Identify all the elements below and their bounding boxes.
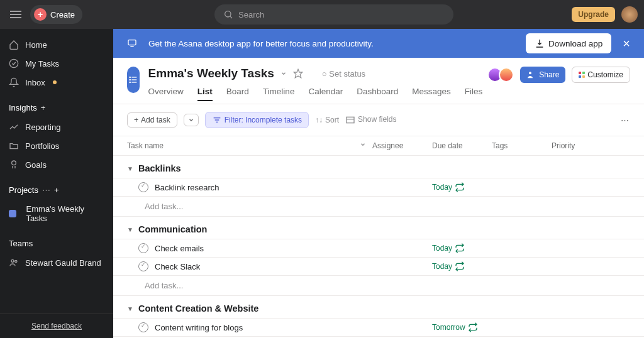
member-avatars[interactable] (491, 67, 514, 82)
sidebar-item-reporting[interactable]: Reporting (0, 117, 113, 136)
top-bar: + Create Search Upgrade (0, 0, 644, 29)
add-task-inline[interactable]: Add task... (113, 197, 644, 217)
task-row[interactable]: Check emails Today (113, 239, 644, 258)
complete-circle-icon[interactable] (138, 182, 148, 192)
repeat-icon (455, 243, 465, 253)
section-header[interactable]: ▼ Content Creation & Website (113, 296, 644, 319)
col-assignee[interactable]: Assignee (372, 141, 432, 150)
download-app-button[interactable]: Download app (526, 33, 611, 53)
people-icon (9, 258, 19, 268)
tab-dashboard[interactable]: Dashboard (357, 87, 398, 101)
sidebar-section-insights[interactable]: Insights + (0, 98, 113, 117)
column-headers: Task name Assignee Due date Tags Priorit… (113, 136, 644, 156)
tab-files[interactable]: Files (465, 87, 483, 101)
caret-down-icon: ▼ (127, 305, 133, 312)
repeat-icon (468, 322, 478, 332)
plus-icon[interactable]: + (54, 185, 59, 195)
complete-circle-icon[interactable] (138, 261, 148, 271)
share-button[interactable]: Share (520, 67, 565, 83)
sidebar-team-item[interactable]: Stewart Gauld Brand (0, 253, 113, 272)
search-icon (223, 9, 233, 19)
tab-timeline[interactable]: Timeline (263, 87, 295, 101)
due-date[interactable]: Today (432, 261, 492, 271)
sidebar-project-item[interactable]: Emma's Weekly Tasks (0, 200, 113, 227)
col-tags[interactable]: Tags (492, 141, 552, 150)
section-header[interactable]: ▼ Backlinks (113, 156, 644, 178)
chevron-down-icon[interactable] (360, 141, 366, 148)
project-icon (127, 67, 140, 93)
nav-inbox[interactable]: Inbox (0, 73, 113, 92)
project-title: Emma's Weekly Tasks (148, 67, 274, 80)
desktop-app-banner: Get the Asana desktop app for better foc… (113, 29, 644, 58)
caret-down-icon: ▼ (127, 165, 133, 172)
project-color-icon (9, 210, 16, 217)
bell-icon (9, 77, 19, 87)
send-feedback-link[interactable]: Send feedback (0, 313, 113, 338)
repeat-icon (455, 261, 465, 271)
tab-overview[interactable]: Overview (148, 87, 184, 101)
nav-mytasks[interactable]: My Tasks (0, 54, 113, 73)
tab-list[interactable]: List (197, 87, 213, 101)
avatar (499, 67, 514, 82)
sidebar-section-teams[interactable]: Teams (0, 234, 113, 253)
list-toolbar: + Add task Filter: Incomplete tasks ↑↓ S… (113, 104, 644, 136)
show-fields-button[interactable]: Show fields (345, 115, 396, 125)
col-priority[interactable]: Priority (552, 141, 611, 150)
col-due[interactable]: Due date (432, 141, 492, 150)
close-banner-icon[interactable]: × (623, 36, 630, 51)
filter-button[interactable]: Filter: Incomplete tasks (205, 112, 309, 128)
section-header[interactable]: ▼ Communication (113, 217, 644, 239)
nav-home-label: Home (25, 40, 47, 50)
plus-icon[interactable]: + (41, 103, 46, 112)
tab-calendar[interactable]: Calendar (308, 87, 343, 101)
complete-circle-icon[interactable] (138, 243, 148, 253)
due-date[interactable]: Today (432, 243, 492, 253)
fields-icon (345, 115, 355, 125)
caret-down-icon: ▼ (127, 226, 133, 233)
project-tabs: Overview List Board Timeline Calendar Da… (148, 87, 483, 104)
plus-circle-icon: + (34, 8, 47, 21)
task-row[interactable]: Backlink research Today (113, 178, 644, 197)
nav-home[interactable]: Home (0, 35, 113, 54)
tab-messages[interactable]: Messages (412, 87, 451, 101)
complete-circle-icon[interactable] (138, 322, 148, 332)
add-task-button[interactable]: + Add task (127, 112, 177, 128)
main-content: Get the Asana desktop app for better foc… (113, 29, 644, 338)
add-task-inline[interactable]: Add task... (113, 276, 644, 296)
tab-board[interactable]: Board (226, 87, 249, 101)
project-header: Emma's Weekly Tasks ○ Set status Overvie… (113, 58, 644, 104)
banner-text: Get the Asana desktop app for better foc… (148, 39, 514, 48)
goal-icon (9, 160, 19, 170)
set-status-button[interactable]: ○ Set status (322, 69, 365, 79)
due-date[interactable]: Today (432, 182, 492, 192)
sidebar-section-projects[interactable]: Projects ⋯ + (0, 180, 113, 200)
sidebar-item-portfolios[interactable]: Portfolios (0, 136, 113, 155)
folder-icon (9, 141, 19, 151)
user-avatar[interactable] (621, 6, 638, 23)
chevron-down-icon[interactable] (280, 70, 287, 77)
notification-dot-icon (53, 80, 57, 84)
download-icon (535, 38, 545, 48)
upgrade-button[interactable]: Upgrade (572, 7, 615, 22)
screen-icon (127, 38, 137, 48)
due-date[interactable]: Tomorrow (432, 322, 492, 332)
more-icon[interactable]: ⋯ (42, 185, 50, 195)
search-input[interactable]: Search (214, 4, 453, 25)
home-icon (9, 40, 19, 50)
col-taskname[interactable]: Task name (127, 141, 360, 150)
sidebar-item-goals[interactable]: Goals (0, 155, 113, 174)
add-task-dropdown[interactable] (184, 114, 199, 126)
task-row[interactable]: Check Slack Today (113, 257, 644, 276)
create-button[interactable]: + Create (30, 5, 82, 24)
task-name: Backlink research (155, 183, 219, 192)
customize-button[interactable]: Customize (572, 67, 630, 83)
check-circle-icon (9, 58, 19, 68)
create-label: Create (50, 10, 75, 19)
star-icon[interactable] (293, 68, 303, 79)
hamburger-menu-icon[interactable] (6, 5, 25, 24)
sort-button[interactable]: ↑↓ Sort (315, 116, 339, 124)
more-actions-icon[interactable]: ⋯ (621, 116, 630, 125)
nav-mytasks-label: My Tasks (25, 59, 59, 68)
task-row[interactable]: Content writing for blogs Tomorrow (113, 318, 644, 337)
task-name: Check Slack (155, 262, 200, 271)
